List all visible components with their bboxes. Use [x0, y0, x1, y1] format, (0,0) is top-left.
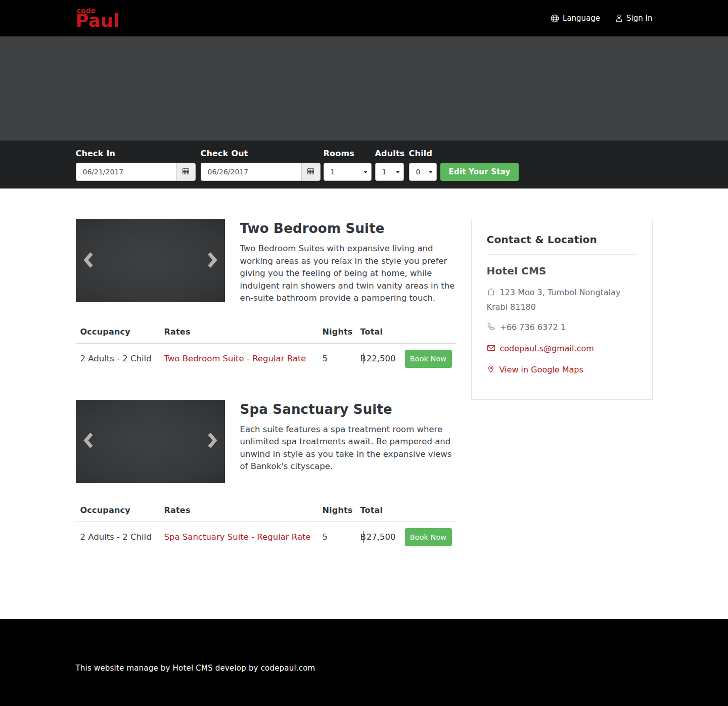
- language-menu[interactable]: Language: [551, 14, 600, 23]
- carousel-next-button[interactable]: [208, 252, 217, 269]
- map-pin-icon: [487, 364, 495, 378]
- table-row: 2 Adults - 2 Child Two Bedroom Suite - R…: [76, 344, 456, 368]
- calendar-icon: [182, 167, 190, 176]
- home-icon: [487, 287, 495, 300]
- hotel-address: 123 Moo 3, Tumbol Nongtalay Krabi 81180: [487, 286, 637, 314]
- room-card-spa-sanctuary-suite: Spa Sanctuary Suite Each suite features …: [76, 400, 456, 546]
- rooms-field-group: Rooms 1: [324, 149, 372, 181]
- rate-table: Occupancy Rates Nights Total 2 Adults - …: [76, 505, 456, 546]
- room-title: Two Bedroom Suite: [240, 221, 456, 236]
- child-field-group: Child 0: [409, 149, 437, 181]
- caret-down-icon: [429, 171, 433, 173]
- room-title: Spa Sanctuary Suite: [240, 402, 456, 417]
- occupancy-cell: 2 Adults - 2 Child: [76, 354, 164, 363]
- book-now-button[interactable]: Book Now: [405, 528, 452, 546]
- col-nights: Nights: [323, 327, 360, 337]
- table-row: 2 Adults - 2 Child Spa Sanctuary Suite -…: [76, 522, 456, 546]
- total-cell: 22,500: [360, 354, 405, 363]
- carousel-prev-button[interactable]: [83, 252, 93, 269]
- chevron-left-icon: [83, 443, 93, 450]
- chevron-left-icon: [83, 262, 93, 269]
- col-nights: Nights: [323, 505, 360, 515]
- rooms-select-value: 1: [331, 168, 335, 176]
- rate-table-header: Occupancy Rates Nights Total: [76, 505, 456, 522]
- col-occupancy: Occupancy: [76, 505, 164, 515]
- book-now-button[interactable]: Book Now: [405, 350, 452, 368]
- rate-link[interactable]: Spa Sanctuary Suite - Regular Rate: [164, 532, 323, 542]
- carousel-next-button[interactable]: [208, 433, 217, 450]
- site-logo[interactable]: code Paul: [76, 7, 120, 30]
- child-select-value: 0: [416, 168, 421, 176]
- footer-credit-text: This website manage by Hotel CMS develop…: [76, 619, 653, 673]
- globe-icon: [551, 14, 559, 23]
- chevron-right-icon: [208, 443, 217, 450]
- hotel-name: Hotel CMS: [487, 265, 637, 277]
- hero-banner: [0, 36, 728, 140]
- room-card-two-bedroom-suite: Two Bedroom Suite Two Bedroom Suites wit…: [76, 219, 456, 368]
- chevron-right-icon: [208, 262, 217, 269]
- top-header: code Paul Language: [0, 0, 728, 36]
- rate-link[interactable]: Two Bedroom Suite - Regular Rate: [164, 354, 323, 363]
- adults-field-group: Adults 1: [375, 149, 405, 181]
- total-cell: 27,500: [360, 532, 405, 542]
- child-select[interactable]: 0: [409, 163, 437, 181]
- phone-icon: [487, 321, 495, 335]
- col-total: Total: [360, 327, 405, 337]
- person-icon: [615, 14, 623, 22]
- envelope-icon: [487, 343, 495, 356]
- caret-down-icon: [363, 171, 368, 173]
- baht-currency-symbol: [360, 532, 366, 542]
- hotel-email: codepaul.s@gmail.com: [487, 342, 637, 356]
- caret-down-icon: [396, 171, 400, 173]
- checkout-input[interactable]: [201, 163, 301, 181]
- child-label: Child: [409, 149, 437, 158]
- carousel-prev-button[interactable]: [83, 433, 93, 450]
- room-list: Two Bedroom Suite Two Bedroom Suites wit…: [76, 219, 456, 546]
- col-occupancy: Occupancy: [76, 327, 164, 337]
- col-rates: Rates: [164, 327, 323, 337]
- nights-cell: 5: [323, 354, 360, 363]
- divider: [487, 254, 637, 255]
- checkin-calendar-button[interactable]: [176, 163, 196, 181]
- adults-select-value: 1: [382, 168, 387, 176]
- col-total: Total: [360, 505, 405, 515]
- adults-label: Adults: [375, 149, 405, 158]
- edit-stay-field: Edit Your Stay: [440, 163, 519, 181]
- nights-cell: 5: [323, 532, 360, 542]
- booking-bar: Check In Check Out: [0, 140, 728, 189]
- rate-table-header: Occupancy Rates Nights Total: [76, 327, 456, 344]
- maps-row: View in Google Maps: [487, 363, 637, 378]
- contact-card-title: Contact & Location: [487, 233, 637, 246]
- checkout-label: Check Out: [201, 149, 321, 158]
- language-label: Language: [563, 14, 600, 23]
- occupancy-cell: 2 Adults - 2 Child: [76, 532, 164, 542]
- rooms-select[interactable]: 1: [324, 163, 372, 181]
- adults-select[interactable]: 1: [375, 163, 404, 181]
- rooms-label: Rooms: [324, 149, 372, 158]
- checkin-input[interactable]: [76, 163, 176, 181]
- main-content: Two Bedroom Suite Two Bedroom Suites wit…: [0, 189, 728, 619]
- sidebar: Contact & Location Hotel CMS 123 Moo 3, …: [471, 219, 653, 400]
- room-description: Two Bedroom Suites with expansive living…: [240, 243, 456, 305]
- checkout-field-group: Check Out: [201, 149, 321, 181]
- room-photo-carousel: [76, 400, 225, 483]
- logo-paul-text: Paul: [76, 12, 120, 30]
- signin-label: Sign In: [626, 14, 652, 23]
- rate-table: Occupancy Rates Nights Total 2 Adults - …: [76, 327, 456, 368]
- google-maps-link[interactable]: View in Google Maps: [499, 365, 583, 374]
- edit-your-stay-button[interactable]: Edit Your Stay: [440, 163, 519, 181]
- contact-location-card: Contact & Location Hotel CMS 123 Moo 3, …: [471, 219, 653, 400]
- checkout-calendar-button[interactable]: [301, 163, 321, 181]
- room-description: Each suite features a spa treatment room…: [240, 423, 456, 473]
- header-nav: Language Sign In: [535, 14, 652, 23]
- calendar-icon: [307, 167, 314, 176]
- signin-link[interactable]: Sign In: [615, 14, 652, 23]
- col-rates: Rates: [164, 505, 323, 515]
- checkin-label: Check In: [76, 149, 196, 158]
- hotel-phone: +66 736 6372 1: [487, 320, 637, 335]
- room-photo-carousel: [76, 219, 225, 302]
- footer: This website manage by Hotel CMS develop…: [0, 619, 728, 706]
- baht-currency-symbol: [360, 354, 366, 363]
- checkin-field-group: Check In: [76, 149, 196, 181]
- email-link[interactable]: codepaul.s@gmail.com: [500, 344, 594, 353]
